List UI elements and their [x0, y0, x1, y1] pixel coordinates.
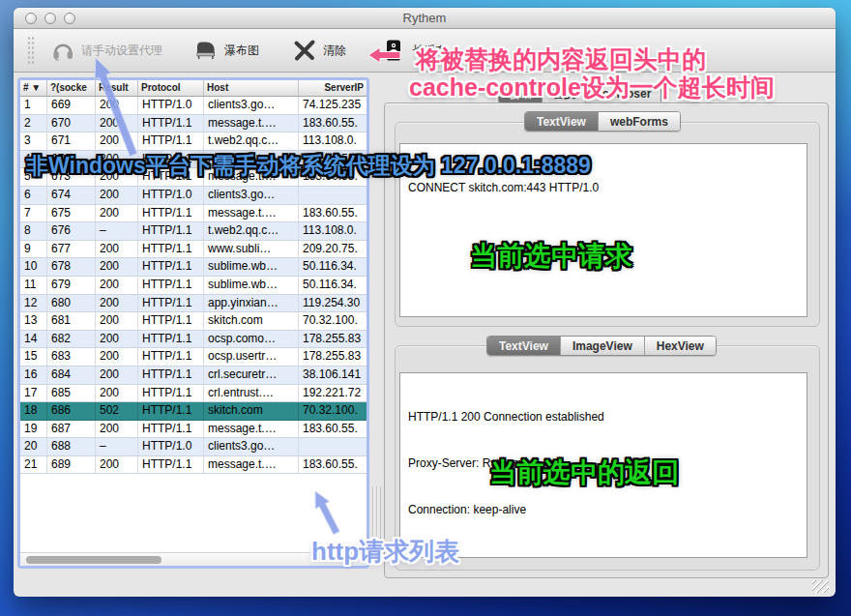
- table-cell: 15: [20, 348, 47, 366]
- table-cell: crl.entrust.…: [204, 385, 299, 402]
- table-cell: 11: [20, 277, 47, 294]
- table-row[interactable]: 9677200HTTP/1.1www.subli…209.20.75.: [20, 241, 367, 259]
- table-cell: 7: [20, 205, 47, 222]
- table-cell: 4: [20, 151, 47, 168]
- tab-replace[interactable]: 替换: [543, 84, 586, 103]
- tab-request-webforms[interactable]: webForms: [599, 112, 680, 131]
- request-view-tabs: TextView webForms: [524, 111, 681, 132]
- table-cell: 200: [96, 295, 138, 312]
- table-cell: HTTP/1.1: [138, 132, 204, 150]
- resize-grip[interactable]: [812, 580, 829, 593]
- table-body[interactable]: 1669200HTTP/1.0clients3.go…74.125.235267…: [20, 97, 367, 552]
- table-cell: 680: [47, 295, 96, 312]
- table-cell: 2: [20, 115, 47, 132]
- table-cell: HTTP/1.1: [138, 258, 204, 276]
- column-header[interactable]: Protocol: [138, 80, 204, 96]
- table-cell: 200: [96, 456, 138, 474]
- long-cache-button[interactable]: 长缓存: [371, 34, 456, 67]
- table-cell: 200: [96, 168, 138, 186]
- table-cell: 14: [20, 331, 47, 348]
- table-cell: 50.116.34.: [299, 258, 367, 276]
- table-cell: 689: [47, 456, 96, 474]
- table-cell: app.yinxian…: [204, 295, 299, 312]
- response-line: Connection: keep-alive: [408, 502, 799, 517]
- set-proxy-button[interactable]: 请手动设置代理: [41, 34, 172, 67]
- horizontal-scrollbar[interactable]: [20, 552, 367, 566]
- table-cell: clients3.go…: [204, 97, 299, 114]
- table-cell: HTTP/1.1: [138, 456, 204, 474]
- table-cell: 18: [20, 402, 47, 420]
- column-header[interactable]: ServerIP: [299, 80, 367, 96]
- table-row[interactable]: 18686502HTTP/1.1skitch.com70.32.100.: [20, 402, 367, 421]
- table-cell: HTTP/1.1: [138, 241, 204, 258]
- table-cell: 200: [96, 258, 138, 276]
- table-cell: 1: [20, 97, 47, 114]
- table-row[interactable]: 12680200HTTP/1.1app.yinxian…119.254.30: [20, 295, 367, 313]
- tab-response-textview[interactable]: TextView: [487, 337, 561, 355]
- table-cell: 119.254.30: [299, 295, 367, 312]
- table-cell: 178.255.83: [299, 331, 367, 348]
- table-row[interactable]: 15683200HTTP/1.1ocsp.usertr…178.255.83: [20, 348, 367, 367]
- table-row[interactable]: 2670200HTTP/1.1message.t.…183.60.55.: [20, 115, 367, 133]
- table-cell: clients3.go…: [204, 438, 299, 455]
- table-row[interactable]: 3671200HTTP/1.1t.web2.qq.c…113.108.0.: [20, 132, 367, 151]
- table-cell: [299, 187, 367, 204]
- column-header[interactable]: Host: [204, 80, 299, 96]
- table-cell: 200: [96, 312, 138, 330]
- tab-request-textview[interactable]: TextView: [525, 112, 599, 131]
- table-cell: 200: [96, 367, 138, 384]
- request-text-view[interactable]: CONNECT skitch.com:443 HTTP/1.0: [399, 143, 807, 317]
- table-row[interactable]: 11679200HTTP/1.1sublime.wb…50.116.34.: [20, 277, 367, 295]
- table-cell: 678: [47, 258, 96, 276]
- table-cell: 200: [96, 187, 138, 204]
- table-row[interactable]: 21689200HTTP/1.1message.t.…183.60.55.: [20, 456, 367, 475]
- table-cell: 9: [20, 241, 47, 258]
- table-cell: 684: [47, 367, 96, 384]
- table-row[interactable]: 1669200HTTP/1.0clients3.go…74.125.235: [20, 97, 367, 115]
- table-row[interactable]: 6674200HTTP/1.0clients3.go…: [20, 187, 367, 205]
- table-cell: 674: [47, 187, 96, 204]
- table-row[interactable]: 19687200HTTP/1.1message.t.…183.60.55.: [20, 421, 367, 439]
- scrollbar-thumb[interactable]: [26, 556, 161, 564]
- column-header[interactable]: # ▼: [20, 80, 47, 96]
- table-cell: HTTP/1.1: [138, 331, 204, 348]
- tab-response-imageview[interactable]: ImageView: [561, 337, 645, 355]
- table-header[interactable]: # ▼?(sockeResultProtocolHostServerIP: [20, 80, 367, 97]
- waterfall-button[interactable]: 瀑布图: [184, 34, 269, 67]
- tab-response-hexview[interactable]: HexView: [645, 337, 716, 355]
- table-cell: 677: [47, 241, 96, 258]
- table-cell: crl.securetr…: [204, 367, 299, 384]
- clear-x-icon: [292, 38, 317, 63]
- table-row[interactable]: 16684200HTTP/1.1crl.securetr…38.106.141: [20, 367, 367, 385]
- column-header[interactable]: Result: [96, 80, 138, 96]
- toolbar: 请手动设置代理 瀑布图: [14, 29, 836, 73]
- titlebar[interactable]: Rythem: [14, 8, 836, 29]
- table-cell: 682: [47, 331, 96, 348]
- table-cell: HTTP/1.0: [138, 187, 204, 204]
- column-header[interactable]: ?(socke: [47, 80, 96, 96]
- table-cell: t.web2.qq.c…: [204, 132, 299, 150]
- table-cell: t.web2.qq.c…: [204, 222, 299, 240]
- table-row[interactable]: 17685200HTTP/1.1crl.entrust.…192.221.72: [20, 385, 367, 403]
- request-table[interactable]: # ▼?(sockeResultProtocolHostServerIP 166…: [17, 77, 369, 569]
- window-title: Rythem: [14, 8, 836, 29]
- response-text-view[interactable]: HTTP/1.1 200 Connection established Prox…: [399, 372, 807, 558]
- tab-composer[interactable]: composer: [586, 84, 660, 103]
- table-cell: 6: [20, 187, 47, 204]
- table-cell: HTTP/1.1: [138, 277, 204, 294]
- table-cell: 688: [47, 438, 96, 455]
- table-row[interactable]: 8676–HTTP/1.1t.web2.qq.c…113.108.0.: [20, 222, 367, 241]
- table-cell: HTTP/1.1: [138, 348, 204, 366]
- table-row[interactable]: 13681200HTTP/1.1skitch.com70.32.100.: [20, 312, 367, 331]
- table-cell: 183.60.55.: [299, 456, 367, 474]
- table-row[interactable]: 5673200HTTP/1.1message.t.…183.60.55.: [20, 168, 367, 187]
- table-row[interactable]: 20688–HTTP/1.0clients3.go…: [20, 438, 367, 456]
- clear-button[interactable]: 清除: [282, 34, 356, 67]
- tab-session[interactable]: 会话: [499, 84, 543, 103]
- table-cell: HTTP/1.0: [138, 438, 204, 455]
- table-row[interactable]: 4672200HTTP/1.1message.t.…183.60.55.: [20, 151, 367, 169]
- table-row[interactable]: 7675200HTTP/1.1message.t.…183.60.55.: [20, 205, 367, 223]
- table-row[interactable]: 10678200HTTP/1.1sublime.wb…50.116.34.: [20, 258, 367, 277]
- table-row[interactable]: 14682200HTTP/1.1ocsp.como…178.255.83: [20, 331, 367, 349]
- splitter[interactable]: [369, 77, 384, 569]
